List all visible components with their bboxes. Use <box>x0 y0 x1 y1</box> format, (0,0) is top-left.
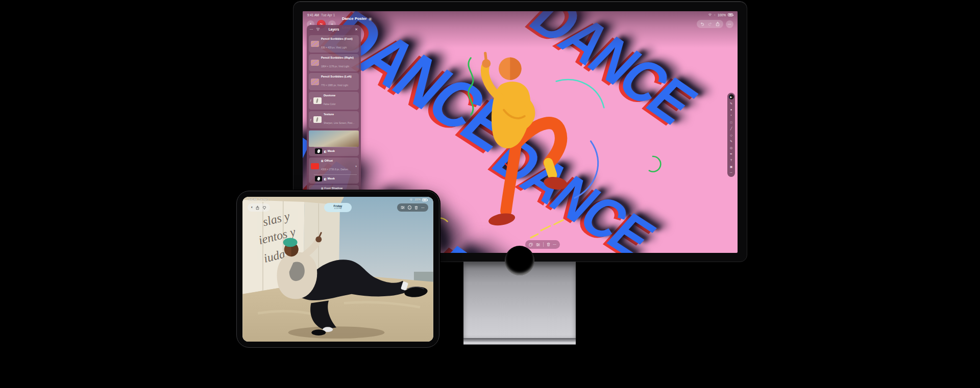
trash-button[interactable] <box>547 242 550 247</box>
undo-button[interactable] <box>700 22 704 26</box>
group-icon: ▤ <box>321 160 324 163</box>
layer-thumbnail <box>313 116 322 123</box>
duplicate-button[interactable] <box>529 243 533 247</box>
photos-back-button[interactable]: ‹ <box>251 205 253 210</box>
layer-meta: 1864 × 1178 px, Vivid Light <box>321 65 349 68</box>
move-tool[interactable]: ▶ <box>729 94 734 99</box>
mask-row[interactable]: ◧Mask <box>309 147 359 156</box>
layer-thumbnail <box>313 97 322 104</box>
text-tool[interactable]: T <box>729 158 734 163</box>
more-icon: ••• <box>728 23 731 25</box>
layer-thumbnail <box>311 41 319 47</box>
share-button[interactable] <box>716 21 720 27</box>
toolbar-divider <box>543 242 544 247</box>
ipad-wifi-icon <box>409 198 413 201</box>
photo-trash-button[interactable] <box>414 205 418 210</box>
layer-card: Pencil Scribbles (Left)770 × 1995 px, Vi… <box>309 73 359 90</box>
tools-palette: ▶✎●*□╱◇✎◎✒T▣••• <box>727 93 735 177</box>
eraser-tool[interactable]: ◇ <box>729 132 734 137</box>
layer-text: ▤Offset4306 × 2736.8 px, Darken <box>321 159 348 173</box>
layer-row[interactable]: ▤Offset4306 × 2736.8 px, Darken▾ <box>309 158 359 174</box>
pen-tool[interactable]: ✒ <box>729 151 734 157</box>
line-tool[interactable]: ╱ <box>729 126 734 131</box>
layer-thumbnail <box>315 176 322 182</box>
layer-thumbnail <box>311 60 319 66</box>
layer-row[interactable]: Dancer2741 × 4108 px▾ <box>309 131 359 147</box>
layer-text: Pencil Scribbles (Right)1864 × 1178 px, … <box>321 56 354 70</box>
canvas-bottom-toolbar: ••• <box>525 240 560 249</box>
wand-tool[interactable]: * <box>729 113 734 118</box>
redo-button[interactable] <box>708 22 712 26</box>
layer-title: Mask <box>328 149 335 153</box>
mask-icon: ◧ <box>324 177 327 180</box>
layer-card: ƒTextureSharpen, Line Screen, Post… <box>309 111 359 128</box>
layer-title: Foot Shadow <box>325 187 343 190</box>
layers-list: Pencil Scribbles (Foot)636 × 409 px, Viv… <box>307 35 361 211</box>
layer-meta: 4306 × 2736.8 px, Darken <box>321 168 348 171</box>
layer-title: Duotone <box>324 94 335 97</box>
layer-thumbnail <box>311 79 319 85</box>
brush-tool[interactable]: ✎ <box>729 100 734 106</box>
ipad-battery-icon <box>422 198 427 201</box>
layer-card: ƒDuotoneFalse Color <box>309 92 359 109</box>
photo-date-pill[interactable]: Friday 4:23 PM <box>324 203 352 212</box>
layer-title: Pencil Scribbles (Right) <box>321 56 354 60</box>
photo-share-button[interactable] <box>256 205 259 210</box>
layer-row[interactable]: Pencil Scribbles (Left)770 × 1995 px, Vi… <box>309 73 359 90</box>
layer-text: DuotoneFalse Color <box>324 94 336 108</box>
chevron-down-icon[interactable]: ▾ <box>354 165 357 168</box>
layers-panel-title: Layers <box>307 28 361 31</box>
close-panel-button[interactable]: ✕ <box>355 28 358 32</box>
ipad-battery-percent: 100% <box>414 198 421 201</box>
layer-card: Pencil Scribbles (Foot)636 × 409 px, Viv… <box>309 35 359 53</box>
layer-row[interactable]: Pencil Scribbles (Foot)636 × 409 px, Viv… <box>309 36 359 52</box>
layer-title: Pencil Scribbles (Left) <box>321 75 352 79</box>
select-tool[interactable]: □ <box>729 120 734 125</box>
layer-row[interactable]: Pencil Scribbles (Right)1864 × 1178 px, … <box>309 55 359 71</box>
more-tools[interactable]: ••• <box>729 170 734 175</box>
photo-more-button[interactable]: ••• <box>421 206 425 209</box>
layer-meta: Sharpen, Line Screen, Post… <box>324 122 355 124</box>
panel-more-button[interactable]: ••• <box>310 28 313 31</box>
photo-actions-pill: i ••• <box>397 203 428 212</box>
favorite-heart-button[interactable] <box>262 205 266 210</box>
ipad: slas y ientos y iudas <box>236 191 439 348</box>
ipad-screen: slas y ientos y iudas <box>242 197 433 342</box>
layer-meta: False Color <box>324 103 336 106</box>
fx-badge: ƒ <box>310 99 313 102</box>
adjustments-button[interactable] <box>536 243 540 247</box>
dancer-illustration <box>429 38 605 249</box>
group-icon: ▤ <box>321 187 324 190</box>
status-time: 9:41 AM <box>307 13 319 17</box>
layer-filter-button[interactable] <box>316 28 320 31</box>
dancer-photo[interactable]: slas y ientos y iudas <box>242 197 433 342</box>
layer-row[interactable]: ƒDuotoneFalse Color <box>309 92 359 109</box>
mask-icon: ◧ <box>324 150 327 153</box>
clone-tool[interactable]: ● <box>729 107 734 112</box>
layer-text: ◧Mask <box>324 177 335 180</box>
layer-title: Pencil Scribbles (Foot) <box>321 37 353 41</box>
history-share-pill <box>697 20 723 28</box>
layer-text: ◧Mask <box>324 149 335 153</box>
color-tool[interactable]: ◎ <box>729 145 734 150</box>
app-toolbar: ‹ ~ + Dance Poster ▾ Edited ••• <box>307 18 733 30</box>
layer-thumbnail <box>315 148 322 154</box>
layer-title: Mask <box>328 177 335 180</box>
layer-row[interactable]: ƒTextureSharpen, Line Screen, Post… <box>309 112 359 128</box>
layer-card: Dancer2741 × 4108 px▾◧Mask <box>309 130 359 156</box>
mask-row[interactable]: ◧Mask <box>309 175 359 183</box>
more-options-button[interactable]: ••• <box>553 243 557 246</box>
layers-panel: ••• Layers ✕ Pencil Scribbles (Foot)636 … <box>307 25 361 214</box>
pencil-tool[interactable]: ✎ <box>729 139 734 144</box>
photo-adjust-button[interactable] <box>401 205 405 210</box>
battery-percent: 100% <box>718 13 726 17</box>
layer-title: Offset <box>325 159 333 163</box>
orientation-lock-icon: ○ <box>714 13 716 16</box>
more-button[interactable]: ••• <box>726 20 733 28</box>
photo-info-button[interactable]: i <box>408 205 412 210</box>
crop-tool[interactable]: ▣ <box>729 164 734 169</box>
title-chevron-icon[interactable]: ▾ <box>369 17 372 21</box>
layer-card: Pencil Scribbles (Right)1864 × 1178 px, … <box>309 54 359 71</box>
layer-thumbnail <box>311 163 319 170</box>
status-date: Tue Apr 1 <box>321 13 335 17</box>
